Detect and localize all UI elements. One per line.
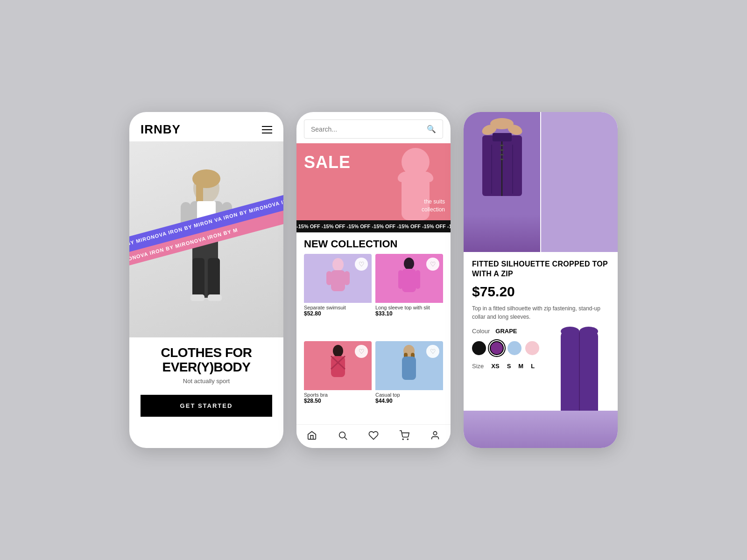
- product-card-4[interactable]: ♡ Casual top $44.90: [375, 341, 443, 410]
- svg-point-24: [333, 345, 343, 357]
- svg-rect-10: [190, 294, 204, 301]
- sale-sub: the suits collection: [422, 198, 445, 214]
- search-bar[interactable]: 🔍: [304, 119, 443, 139]
- screens-container: IRNBY: [111, 93, 636, 467]
- discount-ticker: -15% OFF -15% OFF -15% OFF -15% OFF -15%…: [296, 220, 451, 232]
- swatch-purple[interactable]: [490, 341, 504, 355]
- size-xs[interactable]: XS: [491, 362, 499, 371]
- product-card-1[interactable]: ♡ Separate swimsuit $52.80: [304, 254, 372, 323]
- svg-point-53: [579, 327, 598, 336]
- svg-rect-22: [398, 270, 403, 289]
- svg-rect-19: [344, 271, 350, 285]
- search-input[interactable]: [311, 126, 427, 133]
- colour-label: Colour: [472, 328, 490, 335]
- card-name-1: Separate swimsuit: [304, 305, 372, 310]
- svg-rect-23: [416, 270, 420, 289]
- new-collection-title: NEW COLLECTION: [296, 232, 451, 254]
- model-3-svg: [324, 343, 352, 388]
- phone-screen-3: FITTED SILHOUETTE CROPPED TOP WITH A ZIP…: [464, 112, 618, 448]
- colour-name: GRAPE: [495, 328, 517, 335]
- svg-point-35: [407, 439, 408, 440]
- discount-ticker-text: -15% OFF -15% OFF -15% OFF -15% OFF -15%…: [296, 224, 451, 229]
- svg-rect-11: [208, 294, 222, 301]
- svg-point-34: [402, 439, 403, 440]
- svg-rect-43: [500, 145, 504, 146]
- svg-rect-9: [208, 258, 220, 298]
- wishlist-button-3[interactable]: ♡: [355, 345, 368, 358]
- hamburger-menu-icon[interactable]: [262, 126, 272, 133]
- cart-nav-icon: [399, 430, 409, 441]
- svg-rect-46: [500, 159, 504, 160]
- svg-point-32: [339, 432, 345, 438]
- card-name-3: Sports bra: [304, 392, 372, 398]
- tagline-section: CLOTHES FOR EVER(Y)BODY Not actually spo…: [129, 337, 283, 391]
- bottom-nav: [296, 424, 451, 448]
- search-icon: 🔍: [427, 125, 436, 133]
- user-nav-icon: [430, 430, 440, 441]
- heart-nav-icon: [368, 430, 379, 441]
- svg-point-16: [332, 258, 344, 271]
- nav-search[interactable]: [338, 430, 348, 441]
- product-side-image: [541, 112, 618, 252]
- svg-rect-45: [500, 154, 504, 155]
- model-1-svg: [324, 256, 352, 301]
- card-name-2: Long sleeve top with slit: [375, 305, 443, 310]
- nav-cart[interactable]: [399, 430, 409, 441]
- phone-screen-1: IRNBY: [129, 112, 283, 448]
- product-images: [464, 112, 618, 252]
- card-info-4: Casual top $44.90: [375, 390, 443, 404]
- wishlist-button-4[interactable]: ♡: [426, 345, 439, 358]
- swatch-pink[interactable]: [525, 341, 539, 355]
- svg-rect-44: [500, 149, 504, 151]
- size-m[interactable]: M: [518, 362, 523, 371]
- model-4-svg: [396, 343, 422, 388]
- card-price-1: $52.80: [304, 310, 372, 317]
- svg-point-20: [404, 258, 414, 270]
- product-card-3[interactable]: ♡ Sports bra $28.50: [304, 341, 372, 410]
- svg-point-52: [561, 327, 579, 336]
- size-label: Size: [472, 363, 484, 370]
- product-grid: ♡ Separate swimsuit $52.80 ♡: [296, 254, 451, 424]
- hero-image: VA IRON BY MIRONOVA IRON BY MIRON VA IRO…: [129, 141, 283, 337]
- product-price: $75.20: [472, 284, 609, 300]
- svg-rect-31: [402, 357, 416, 380]
- card-price-4: $44.90: [375, 398, 443, 404]
- svg-line-33: [345, 437, 347, 440]
- phone-screen-2: 🔍 SALE the suits collection: [296, 112, 451, 448]
- header: IRNBY: [129, 112, 283, 141]
- card-info-3: Sports bra $28.50: [304, 390, 372, 404]
- svg-rect-17: [331, 270, 345, 291]
- tagline-main: CLOTHES FOR EVER(Y)BODY: [141, 346, 272, 375]
- card-info-1: Separate swimsuit $52.80: [304, 303, 372, 317]
- swatch-black[interactable]: [472, 341, 486, 355]
- nav-wishlist[interactable]: [368, 430, 379, 441]
- nav-home[interactable]: [307, 430, 317, 441]
- svg-rect-18: [326, 271, 332, 285]
- svg-rect-8: [192, 258, 204, 298]
- tagline-sub: Not actually sport: [141, 378, 272, 385]
- product-main-image: [464, 112, 540, 252]
- wishlist-button-2[interactable]: ♡: [426, 258, 439, 271]
- size-l[interactable]: L: [531, 362, 535, 371]
- search-nav-icon: [338, 430, 348, 441]
- swatch-blue[interactable]: [507, 341, 521, 355]
- product-title: FITTED SILHOUETTE CROPPED TOP WITH A ZIP: [472, 259, 609, 279]
- svg-point-36: [433, 432, 437, 435]
- product-card-2[interactable]: ♡ Long sleeve top with slit $33.10: [375, 254, 443, 323]
- card-name-4: Casual top: [375, 392, 443, 398]
- size-s[interactable]: S: [507, 362, 511, 371]
- nav-account[interactable]: [430, 430, 440, 441]
- logo: IRNBY: [141, 122, 181, 137]
- card-price-3: $28.50: [304, 398, 372, 404]
- svg-rect-21: [402, 269, 416, 292]
- sale-banner-content: SALE: [304, 153, 351, 172]
- svg-rect-47: [493, 133, 512, 141]
- sale-banner: SALE the suits collection: [296, 143, 451, 220]
- wishlist-button-1[interactable]: ♡: [355, 258, 368, 271]
- card-price-2: $33.10: [375, 310, 443, 317]
- card-info-2: Long sleeve top with slit $33.10: [375, 303, 443, 317]
- home-icon: [307, 430, 317, 441]
- get-started-button[interactable]: GET STARTED: [141, 395, 272, 417]
- sale-label: SALE: [304, 153, 351, 172]
- model-2-svg: [396, 256, 422, 301]
